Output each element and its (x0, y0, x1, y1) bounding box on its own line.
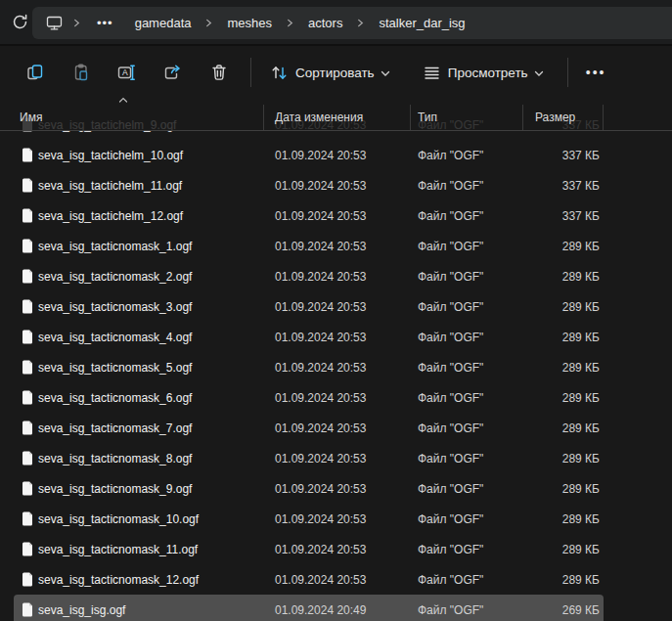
table-row[interactable]: seva_isg_tacticnomask_5.ogf 01.09.2024 2… (14, 352, 604, 382)
table-row[interactable]: seva_isg_tactichelm_10.ogf 01.09.2024 20… (14, 140, 604, 170)
file-icon (22, 390, 33, 405)
file-name: seva_isg_tactichelm_12.ogf (38, 209, 183, 223)
file-icon (22, 269, 33, 284)
file-icon (22, 178, 33, 193)
view-icon (424, 65, 440, 81)
paste-icon (72, 64, 90, 81)
table-row[interactable]: seva_isg_tacticnomask_11.ogf 01.09.2024 … (14, 534, 604, 564)
chevron-right-icon (286, 19, 294, 27)
file-name-cell: seva_isg_tacticnomask_11.ogf (14, 542, 264, 556)
file-name-cell: seva_isg_tactichelm_11.ogf (14, 178, 264, 193)
file-icon (22, 148, 33, 162)
file-type: Файл "OGF" (411, 421, 523, 435)
file-name-cell: seva_isg_tacticnomask_10.ogf (14, 511, 264, 526)
breadcrumb-device[interactable] (46, 15, 63, 31)
table-row[interactable]: seva_isg_tactichelm_12.ogf 01.09.2024 20… (14, 200, 604, 231)
file-icon (22, 239, 33, 253)
file-type: Файл "OGF" (411, 543, 523, 556)
file-name-cell: seva_isg_tacticnomask_3.ogf (14, 299, 264, 314)
file-name: seva_isg_tacticnomask_3.ogf (38, 300, 192, 314)
file-name-cell: seva_isg_tacticnomask_7.ogf (14, 421, 264, 435)
file-name: seva_isg_tactichelm_11.ogf (38, 179, 182, 193)
file-date: 01.09.2024 20:53 (264, 573, 411, 587)
column-header-label: Размер (535, 111, 575, 124)
share-button[interactable] (155, 55, 191, 90)
table-row[interactable]: seva_isg_tacticnomask_6.ogf 01.09.2024 2… (14, 382, 604, 413)
more-button[interactable]: ••• (578, 55, 614, 90)
table-row[interactable]: seva_isg_tacticnomask_12.ogf 01.09.2024 … (14, 564, 604, 595)
monitor-icon (46, 15, 63, 31)
file-date: 01.09.2024 20:53 (264, 512, 411, 526)
file-name: seva_isg_tactichelm_10.ogf (38, 149, 183, 162)
table-row[interactable]: seva_isg_tacticnomask_1.ogf 01.09.2024 2… (14, 231, 604, 261)
file-name: seva_isg_tacticnomask_12.ogf (38, 573, 199, 587)
file-date: 01.09.2024 20:53 (264, 331, 411, 344)
breadcrumb-actors[interactable]: actors (304, 13, 346, 33)
breadcrumb-gamedata[interactable]: gamedata (131, 13, 196, 33)
file-type: Файл "OGF" (411, 391, 523, 405)
column-header-date[interactable]: Дата изменения (264, 105, 411, 130)
file-size: 289 КБ (523, 573, 604, 587)
file-name: seva_isg_tacticnomask_5.ogf (38, 361, 192, 375)
file-size: 289 КБ (523, 421, 604, 435)
file-type: Файл "OGF" (411, 512, 523, 526)
column-header-type[interactable]: Тип (411, 105, 523, 130)
column-header-name[interactable]: Имя (0, 105, 264, 130)
more-icon: ••• (586, 65, 606, 80)
rename-icon: A (117, 64, 136, 81)
file-name-cell: seva_isg_tacticnomask_9.ogf (14, 481, 264, 496)
file-icon (22, 542, 33, 556)
file-name-cell: seva_isg_tactichelm_10.ogf (14, 148, 264, 162)
view-button[interactable]: Просмотреть (414, 55, 554, 90)
table-row[interactable]: seva_isg_tacticnomask_3.ogf 01.09.2024 2… (14, 291, 604, 322)
file-type: Файл "OGF" (411, 573, 523, 587)
file-name-cell: seva_isg_tacticnomask_4.ogf (14, 330, 264, 344)
table-row[interactable]: seva_isg_isg.ogf 01.09.2024 20:49 Файл "… (14, 595, 604, 621)
table-row[interactable]: seva_isg_tacticnomask_7.ogf 01.09.2024 2… (14, 413, 604, 443)
table-row[interactable]: seva_isg_tacticnomask_2.ogf 01.09.2024 2… (14, 261, 604, 291)
breadcrumb-stalker-dar-isg[interactable]: stalker_dar_isg (375, 13, 469, 33)
file-icon (22, 208, 33, 223)
sort-label: Сортировать (295, 66, 375, 80)
table-row[interactable]: seva_isg_tactichelm_11.ogf 01.09.2024 20… (14, 170, 604, 200)
sort-button[interactable]: Сортировать (261, 55, 400, 90)
file-type: Файл "OGF" (411, 300, 523, 314)
file-size: 289 КБ (523, 391, 604, 405)
file-name: seva_isg_tacticnomask_7.ogf (38, 421, 192, 435)
refresh-button[interactable] (7, 10, 32, 35)
copy-button[interactable] (17, 55, 53, 90)
file-date: 01.09.2024 20:53 (264, 452, 411, 466)
table-row[interactable]: seva_isg_tacticnomask_4.ogf 01.09.2024 2… (14, 322, 604, 352)
chevron-down-icon (381, 68, 390, 78)
file-name: seva_isg_tacticnomask_6.ogf (38, 391, 192, 405)
file-name-cell: seva_isg_tacticnomask_8.ogf (14, 451, 264, 466)
file-list-area: seva_isg_tactichelm_9.ogf 01.09.2024 20:… (0, 97, 672, 621)
address-bar[interactable]: ••• gamedata meshes actors stalker_dar_i… (32, 7, 672, 39)
file-type: Файл "OGF" (411, 452, 523, 466)
file-type: Файл "OGF" (411, 240, 523, 253)
sort-ascending-icon (118, 97, 128, 104)
delete-button[interactable] (201, 55, 237, 90)
toolbar-divider (250, 58, 251, 87)
file-icon (22, 511, 33, 526)
file-icon (22, 421, 33, 435)
file-date: 01.09.2024 20:53 (264, 270, 411, 284)
column-header-label: Тип (418, 111, 437, 124)
column-header-size[interactable]: Размер (523, 105, 604, 130)
breadcrumb-overflow[interactable]: ••• (91, 13, 119, 33)
refresh-icon (12, 14, 28, 30)
paste-button[interactable] (63, 55, 99, 90)
file-size: 289 КБ (523, 270, 604, 284)
file-name: seva_isg_tacticnomask_8.ogf (38, 452, 192, 466)
file-name-cell: seva_isg_tacticnomask_1.ogf (14, 239, 264, 253)
command-bar: A (0, 48, 672, 97)
rename-button[interactable]: A (109, 55, 145, 90)
table-row[interactable]: seva_isg_tacticnomask_9.ogf 01.09.2024 2… (14, 473, 604, 504)
file-date: 01.09.2024 20:53 (264, 209, 411, 223)
table-row[interactable]: seva_isg_tacticnomask_8.ogf 01.09.2024 2… (14, 443, 604, 473)
file-type: Файл "OGF" (411, 149, 523, 162)
breadcrumb-meshes[interactable]: meshes (223, 13, 276, 33)
table-row[interactable]: seva_isg_tacticnomask_10.ogf 01.09.2024 … (14, 504, 604, 534)
toolbar-divider (567, 58, 568, 87)
file-size: 337 КБ (523, 149, 604, 162)
